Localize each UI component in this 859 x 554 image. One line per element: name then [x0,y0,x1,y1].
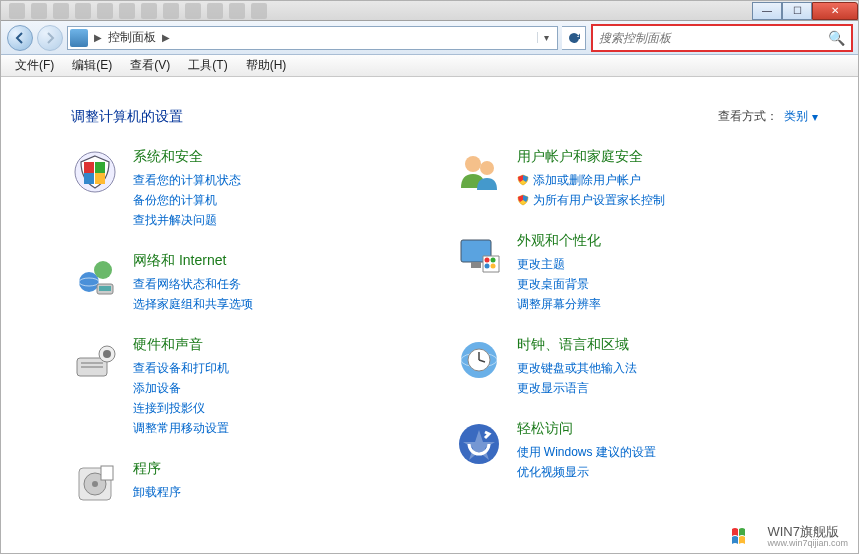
breadcrumb-item[interactable]: 控制面板 [104,29,160,46]
category-columns: 系统和安全 查看您的计算机状态备份您的计算机查找并解决问题 网络和 Intern… [71,148,818,527]
category-title[interactable]: 系统和安全 [133,148,241,166]
breadcrumb-arrow-icon[interactable]: ▶ [160,32,172,43]
category-title[interactable]: 时钟、语言和区域 [517,336,637,354]
window-controls: — ☐ ✕ [752,2,858,20]
forward-button[interactable] [37,25,63,51]
search-box[interactable]: 🔍 [592,25,852,51]
search-input[interactable] [599,31,828,45]
link-text: 卸载程序 [133,482,181,502]
category-title[interactable]: 硬件和声音 [133,336,229,354]
category-link[interactable]: 添加或删除用户帐户 [517,170,665,190]
minimize-button[interactable]: — [752,2,782,20]
view-by-dropdown[interactable]: 类别 ▾ [784,108,818,125]
breadcrumb-dropdown-icon[interactable]: ▾ [537,32,555,43]
watermark-title: WIN7旗舰版 [767,525,848,539]
category-column-left: 系统和安全 查看您的计算机状态备份您的计算机查找并解决问题 网络和 Intern… [71,148,435,527]
category-column-right: 用户帐户和家庭安全 添加或删除用户帐户为所有用户设置家长控制 外观和个性化 更改… [455,148,819,527]
category-link[interactable]: 更改键盘或其他输入法 [517,358,637,378]
maximize-button[interactable]: ☐ [782,2,812,20]
category-icon [71,148,119,196]
link-text: 添加设备 [133,378,181,398]
search-icon[interactable]: 🔍 [828,30,845,46]
shield-icon [517,194,529,206]
view-by-label: 查看方式： [718,108,778,125]
category-link[interactable]: 连接到投影仪 [133,398,229,418]
link-text: 为所有用户设置家长控制 [533,190,665,210]
category-link[interactable]: 更改主题 [517,254,601,274]
menu-help[interactable]: 帮助(H) [238,55,295,76]
category-icon [71,460,119,508]
qat-icon [97,3,113,19]
category-title[interactable]: 轻松访问 [517,420,656,438]
refresh-button[interactable] [562,26,586,50]
category-link[interactable]: 调整屏幕分辨率 [517,294,601,314]
category-title[interactable]: 用户帐户和家庭安全 [517,148,665,166]
link-text: 连接到投影仪 [133,398,205,418]
menu-bar: 文件(F) 编辑(E) 查看(V) 工具(T) 帮助(H) [1,55,858,77]
page-title: 调整计算机的设置 [71,108,818,126]
category-item: 程序 卸载程序 [71,460,435,508]
link-text: 更改显示语言 [517,378,589,398]
category-link[interactable]: 查看网络状态和任务 [133,274,253,294]
arrow-left-icon [14,32,26,44]
category-link[interactable]: 备份您的计算机 [133,190,241,210]
category-item: 外观和个性化 更改主题更改桌面背景调整屏幕分辨率 [455,232,819,314]
category-title[interactable]: 外观和个性化 [517,232,601,250]
menu-file[interactable]: 文件(F) [7,55,62,76]
qat-icon [9,3,25,19]
link-text: 更改键盘或其他输入法 [517,358,637,378]
category-title[interactable]: 程序 [133,460,181,478]
category-link[interactable]: 调整常用移动设置 [133,418,229,438]
qat-icon [31,3,47,19]
quick-access-toolbar [1,3,267,19]
qat-icon [251,3,267,19]
link-text: 查看您的计算机状态 [133,170,241,190]
close-button[interactable]: ✕ [812,2,858,20]
link-text: 查看设备和打印机 [133,358,229,378]
link-text: 查看网络状态和任务 [133,274,241,294]
qat-icon [207,3,223,19]
category-link[interactable]: 更改显示语言 [517,378,637,398]
link-text: 调整屏幕分辨率 [517,294,601,314]
refresh-icon [567,31,581,45]
back-button[interactable] [7,25,33,51]
category-item: 硬件和声音 查看设备和打印机添加设备连接到投影仪调整常用移动设置 [71,336,435,438]
category-title[interactable]: 网络和 Internet [133,252,253,270]
category-link[interactable]: 使用 Windows 建议的设置 [517,442,656,462]
category-icon [455,148,503,196]
view-by-control: 查看方式： 类别 ▾ [718,108,818,125]
link-text: 使用 Windows 建议的设置 [517,442,656,462]
breadcrumb-arrow-icon[interactable]: ▶ [92,32,104,43]
view-by-value: 类别 [784,108,808,125]
menu-edit[interactable]: 编辑(E) [64,55,120,76]
category-link[interactable]: 查看您的计算机状态 [133,170,241,190]
qat-icon [119,3,135,19]
category-link[interactable]: 添加设备 [133,378,229,398]
menu-tools[interactable]: 工具(T) [180,55,235,76]
category-link[interactable]: 优化视频显示 [517,462,656,482]
chevron-down-icon: ▾ [812,110,818,124]
shield-icon [517,174,529,186]
content-area: 调整计算机的设置 查看方式： 类别 ▾ 系统和安全 查看您的计算机状态备份您的计… [1,78,858,527]
category-item: 网络和 Internet 查看网络状态和任务选择家庭组和共享选项 [71,252,435,314]
qat-icon [163,3,179,19]
windows-flag-icon [731,526,759,548]
link-text: 更改主题 [517,254,565,274]
titlebar: — ☐ ✕ [1,1,858,21]
category-link[interactable]: 选择家庭组和共享选项 [133,294,253,314]
category-link[interactable]: 卸载程序 [133,482,181,502]
menu-view[interactable]: 查看(V) [122,55,178,76]
category-item: 轻松访问 使用 Windows 建议的设置优化视频显示 [455,420,819,482]
category-item: 用户帐户和家庭安全 添加或删除用户帐户为所有用户设置家长控制 [455,148,819,210]
address-bar[interactable]: ▶ 控制面板 ▶ ▾ [67,26,558,50]
link-text: 备份您的计算机 [133,190,217,210]
navigation-bar: ▶ 控制面板 ▶ ▾ 🔍 [1,21,858,55]
control-panel-icon [70,29,88,47]
category-link[interactable]: 查看设备和打印机 [133,358,229,378]
arrow-right-icon [44,32,56,44]
category-item: 系统和安全 查看您的计算机状态备份您的计算机查找并解决问题 [71,148,435,230]
category-link[interactable]: 为所有用户设置家长控制 [517,190,665,210]
category-link[interactable]: 查找并解决问题 [133,210,241,230]
qat-icon [229,3,245,19]
category-link[interactable]: 更改桌面背景 [517,274,601,294]
